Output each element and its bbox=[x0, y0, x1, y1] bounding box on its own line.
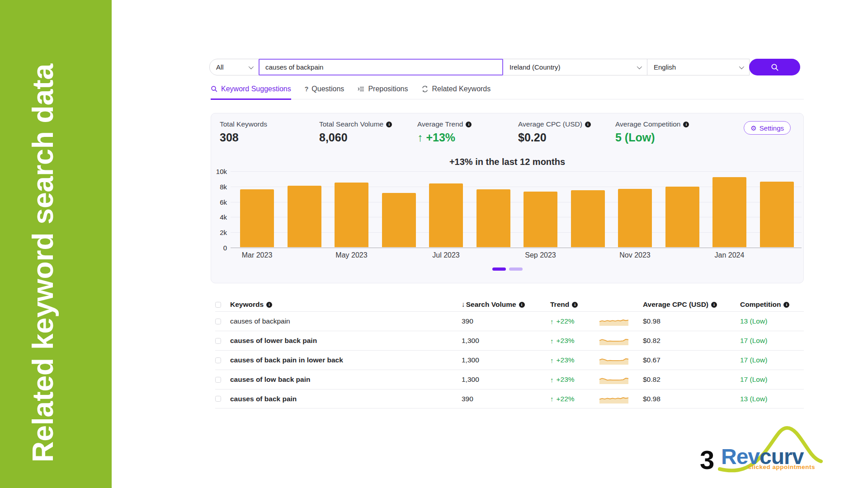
column-label: Competition bbox=[740, 300, 781, 309]
row-checkbox-cell bbox=[215, 396, 230, 402]
trend-value: +23% bbox=[557, 337, 575, 345]
competition-cell: 17 (Low) bbox=[740, 375, 804, 384]
header-cell: Competitioni bbox=[740, 300, 804, 309]
question-icon: ? bbox=[305, 85, 309, 93]
keyword-text: causes of lower back pain bbox=[230, 337, 317, 345]
tab-label: Prepositions bbox=[368, 85, 408, 93]
cpc-cell: $0.82 bbox=[643, 337, 740, 345]
y-axis-label: 6k bbox=[207, 198, 227, 206]
pagination-dash-inactive[interactable] bbox=[509, 267, 523, 271]
trend-sparkline bbox=[599, 355, 629, 365]
tab-keyword-suggestions[interactable]: Keyword Suggestions bbox=[211, 84, 291, 100]
volume-cell: 390 bbox=[462, 395, 550, 403]
header-cell: Keywordsi bbox=[230, 300, 462, 309]
repeat-icon bbox=[421, 85, 429, 93]
chart-bar bbox=[760, 182, 794, 247]
trend-cell: ↑+22% bbox=[550, 395, 599, 403]
keyword-text: causes of back pain bbox=[230, 395, 297, 403]
sort-desc-icon[interactable]: ↓ bbox=[462, 300, 465, 309]
row-checkbox[interactable] bbox=[215, 377, 221, 383]
stat-label: Total Search Volumei bbox=[319, 120, 392, 128]
chevron-down-icon bbox=[637, 64, 642, 69]
chart-bar bbox=[665, 187, 699, 247]
settings-button[interactable]: ⚙ Settings bbox=[744, 121, 791, 135]
sparkline-cell bbox=[599, 336, 643, 346]
tab-prepositions[interactable]: Prepositions bbox=[358, 84, 408, 100]
search-button[interactable] bbox=[749, 59, 800, 75]
trend-up-icon: ↑ bbox=[550, 395, 554, 403]
gridline bbox=[231, 171, 802, 172]
chart-bar bbox=[618, 189, 652, 247]
y-axis-label: 2k bbox=[207, 229, 227, 236]
pagination-dash-active[interactable] bbox=[492, 267, 506, 271]
keyword-cell: causes of lower back pain bbox=[230, 337, 462, 345]
table-row[interactable]: causes of backpain390↑+22%$0.9813 (Low) bbox=[215, 311, 804, 331]
stat-total-search-volume: Total Search Volumei8,060 bbox=[319, 120, 392, 144]
trend-cell: ↑+23% bbox=[550, 375, 599, 384]
stat-average-cpc-(usd): Average CPC (USD)i$0.20 bbox=[518, 120, 591, 144]
chart-bar bbox=[571, 190, 605, 247]
trend-value: +23% bbox=[557, 356, 575, 364]
y-axis-label: 10k bbox=[207, 168, 227, 175]
stat-label: Total Keywords bbox=[220, 120, 267, 128]
info-icon: i bbox=[466, 122, 472, 127]
row-checkbox[interactable] bbox=[215, 338, 221, 344]
trend-up-icon: ↑ bbox=[550, 376, 554, 384]
settings-button-label: Settings bbox=[760, 124, 784, 132]
volume-cell: 1,300 bbox=[462, 356, 550, 364]
language-dropdown-value: English bbox=[654, 63, 676, 71]
header-cell: ↓Search Volumei bbox=[462, 300, 550, 309]
table-header: Keywordsi↓Search VolumeiTrendiAverage CP… bbox=[215, 298, 804, 311]
trend-up-icon: ↑ bbox=[550, 337, 554, 345]
language-dropdown[interactable]: English bbox=[647, 59, 750, 75]
chart-bar bbox=[382, 193, 416, 247]
x-axis-label: May 2023 bbox=[335, 251, 367, 259]
stat-value: 308 bbox=[220, 131, 267, 144]
trend-value: +22% bbox=[557, 317, 575, 325]
scope-dropdown[interactable]: All bbox=[209, 59, 259, 75]
country-dropdown[interactable]: Ireland (Country) bbox=[503, 59, 647, 75]
tab-label: Questions bbox=[311, 85, 344, 93]
tab-questions[interactable]: ?Questions bbox=[305, 84, 344, 100]
competition-cell: 13 (Low) bbox=[740, 395, 804, 403]
x-axis-label: Mar 2023 bbox=[242, 251, 273, 259]
x-axis-label: Nov 2023 bbox=[619, 251, 651, 259]
trend-up-icon: ↑ bbox=[550, 318, 554, 325]
stat-label-text: Average Competition bbox=[615, 120, 680, 128]
row-checkbox-cell bbox=[215, 377, 230, 383]
keyword-input[interactable] bbox=[259, 60, 502, 75]
table-row[interactable]: causes of back pain in lower back1,300↑+… bbox=[215, 350, 804, 370]
table-row[interactable]: causes of low back pain1,300↑+23%$0.8217… bbox=[215, 370, 804, 389]
chevron-down-icon bbox=[739, 64, 744, 69]
select-all-checkbox[interactable] bbox=[215, 302, 221, 308]
trend-value: +22% bbox=[557, 395, 575, 403]
header-cell bbox=[215, 302, 230, 308]
stat-label-text: Average CPC (USD) bbox=[518, 120, 582, 128]
row-checkbox[interactable] bbox=[215, 319, 221, 324]
stat-label-text: Total Search Volume bbox=[319, 120, 383, 128]
list-icon bbox=[358, 85, 365, 93]
cpc-cell: $0.82 bbox=[643, 375, 740, 384]
header-cell: Trendi bbox=[550, 300, 599, 309]
keyword-cell: causes of back pain bbox=[230, 395, 462, 403]
search-volume-bar-chart: 02k4k6k8k10kMar 2023May 2023Jul 2023Sep … bbox=[231, 171, 802, 248]
keyword-cell: causes of low back pain bbox=[230, 375, 462, 384]
stat-value: 5 (Low) bbox=[615, 131, 689, 144]
row-checkbox[interactable] bbox=[215, 396, 221, 402]
sparkline-cell bbox=[599, 355, 643, 365]
y-axis-label: 0 bbox=[207, 244, 227, 252]
info-icon: i bbox=[386, 122, 392, 127]
header-cell: Average CPC (USD)i bbox=[643, 300, 740, 309]
row-checkbox[interactable] bbox=[215, 357, 221, 363]
cpc-cell: $0.98 bbox=[643, 317, 740, 325]
sparkline-cell bbox=[599, 375, 643, 385]
gear-icon: ⚙ bbox=[750, 125, 756, 131]
y-axis-label: 8k bbox=[207, 183, 227, 190]
table-row[interactable]: causes of back pain390↑+22%$0.9813 (Low) bbox=[215, 389, 804, 408]
country-dropdown-value: Ireland (Country) bbox=[509, 63, 561, 71]
logo-tagline: clicked appointments bbox=[748, 464, 815, 470]
chart-bar bbox=[524, 192, 557, 247]
tab-related-keywords[interactable]: Related Keywords bbox=[421, 84, 491, 100]
table-row[interactable]: causes of lower back pain1,300↑+23%$0.82… bbox=[215, 331, 804, 350]
sparkline-cell bbox=[599, 316, 643, 326]
